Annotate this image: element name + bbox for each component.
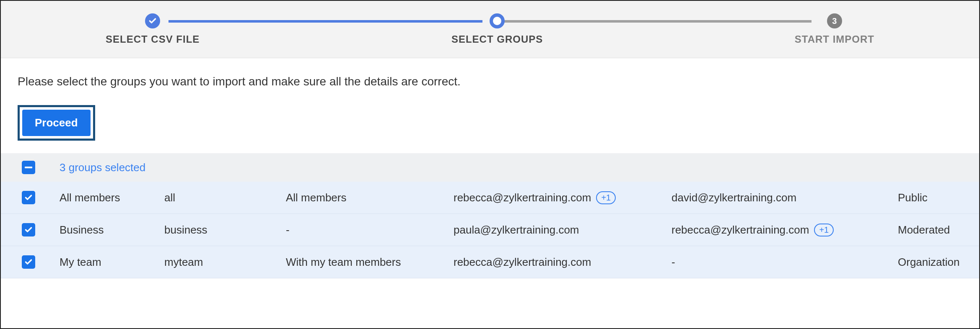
group-name: My team (60, 256, 164, 269)
group-name: Business (60, 224, 164, 236)
select-all-checkbox[interactable] (22, 161, 35, 174)
more-emails-badge[interactable]: +1 (596, 191, 616, 204)
group-access: Public (898, 191, 958, 204)
group-description: With my team members (286, 256, 454, 269)
proceed-highlight: Proceed (18, 105, 95, 141)
row-checkbox[interactable] (22, 223, 35, 236)
import-groups-window: SELECT CSV FILE SELECT GROUPS 3 START IM… (0, 0, 980, 329)
indeterminate-icon (25, 167, 32, 168)
check-icon (24, 226, 33, 234)
group-description: - (286, 224, 454, 236)
table-row: All members all All members rebecca@zylk… (1, 182, 979, 214)
group-access: Moderated (898, 224, 958, 236)
check-icon (148, 17, 157, 25)
group-description: All members (286, 191, 454, 204)
step-circle-pending: 3 (827, 13, 842, 28)
step-label: SELECT GROUPS (451, 33, 543, 45)
instruction-text: Please select the groups you want to imp… (18, 75, 962, 88)
group-name: All members (60, 191, 164, 204)
table-row: Business business - paula@zylkertraining… (1, 214, 979, 246)
group-alias: myteam (164, 256, 286, 269)
step-select-groups: SELECT GROUPS (451, 13, 543, 45)
step-label: START IMPORT (795, 33, 874, 45)
step-start-import: 3 START IMPORT (795, 13, 874, 45)
group-email-primary: paula@zylkertraining.com (454, 224, 579, 236)
step-circle-completed (145, 13, 160, 28)
proceed-button[interactable]: Proceed (22, 110, 91, 136)
check-icon (24, 193, 33, 202)
row-checkbox[interactable] (22, 255, 35, 269)
group-access: Organization (898, 256, 959, 269)
groups-table: 3 groups selected All members all All me… (1, 153, 979, 278)
step-label: SELECT CSV FILE (106, 33, 200, 45)
check-icon (24, 258, 33, 266)
group-email-secondary: david@zylkertraining.com (671, 191, 796, 204)
svg-rect-0 (25, 167, 32, 168)
stepper-bar: SELECT CSV FILE SELECT GROUPS 3 START IM… (1, 1, 979, 58)
table-row: My team myteam With my team members rebe… (1, 246, 979, 278)
step-number: 3 (832, 16, 837, 26)
row-checkbox[interactable] (22, 191, 35, 204)
content-area: Please select the groups you want to imp… (1, 58, 979, 153)
group-email-primary: rebecca@zylkertraining.com (454, 191, 591, 204)
group-email-secondary: rebecca@zylkertraining.com (671, 224, 809, 236)
step-circle-active (490, 13, 505, 28)
stepper: SELECT CSV FILE SELECT GROUPS 3 START IM… (1, 13, 979, 45)
step-select-csv: SELECT CSV FILE (106, 13, 200, 45)
selection-summary: 3 groups selected (60, 161, 145, 174)
stepper-connector-pending (498, 20, 811, 23)
table-selection-header: 3 groups selected (1, 153, 979, 182)
more-emails-badge[interactable]: +1 (814, 224, 834, 236)
group-email-secondary: - (671, 256, 675, 269)
group-email-primary: rebecca@zylkertraining.com (454, 256, 591, 269)
group-alias: business (164, 224, 286, 236)
stepper-connector-completed (169, 20, 482, 23)
group-alias: all (164, 191, 286, 204)
